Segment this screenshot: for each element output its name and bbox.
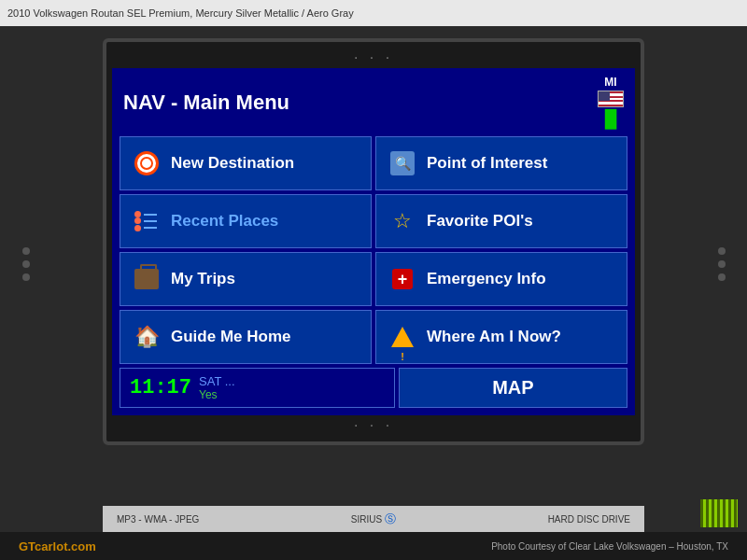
where-am-i-label: Where Am I Now? (427, 328, 561, 346)
bracket-dot (22, 273, 30, 281)
target-shape (134, 151, 159, 175)
left-bracket (5, 171, 47, 357)
point-of-interest-label: Point of Interest (427, 154, 547, 173)
sat-label: SAT ... (199, 374, 235, 388)
house-shape: 🏠 (134, 325, 160, 349)
bracket-dot (22, 260, 30, 268)
top-dots: · · · (112, 48, 635, 68)
bottom-dots: · · · (112, 415, 635, 436)
triangle-icon: ! (388, 327, 417, 347)
star-shape: ☆ (393, 209, 412, 233)
storage-type: HARD DISC DRIVE (548, 514, 630, 525)
favorite-pois-button[interactable]: ☆ Favorite POI's (375, 194, 627, 248)
emergency-info-button[interactable]: Emergency Info (375, 252, 627, 306)
recent-icon (132, 209, 162, 233)
star-icon: ☆ (388, 209, 417, 233)
emergency-info-label: Emergency Info (427, 270, 546, 288)
poi-icon: 🔍 (388, 151, 417, 175)
us-flag-icon (598, 91, 624, 107)
bottom-info-bar: MP3 - WMA - JPEG SIRIUS Ⓢ HARD DISC DRIV… (103, 506, 644, 532)
footer-bar: GTcarlot.com Photo Courtesy of Clear Lak… (0, 532, 747, 560)
sirius-logo: SIRIUS Ⓢ (351, 511, 396, 527)
yes-label: Yes (199, 388, 235, 401)
car-color: Mercury Silver Metallic / Aero Gray (195, 7, 353, 19)
briefcase-shape (134, 269, 159, 289)
nav-header-right: MI ▐▌ (598, 76, 624, 129)
bracket-dot (718, 260, 726, 268)
bracket-dot (718, 247, 726, 255)
new-destination-label: New Destination (171, 154, 294, 173)
target-icon (132, 151, 162, 175)
cross-icon (388, 269, 417, 289)
page-wrapper: 2010 Volkswagen Routan SEL Premium, Merc… (0, 0, 747, 560)
time-display: 11:17 (130, 376, 191, 399)
nav-bottom: 11:17 SAT ... Yes MAP (120, 368, 627, 408)
house-icon: 🏠 (132, 325, 162, 349)
point-of-interest-button[interactable]: 🔍 Point of Interest (375, 136, 627, 190)
my-trips-label: My Trips (171, 270, 235, 288)
sirius-icon: Ⓢ (385, 511, 396, 527)
new-destination-button[interactable]: New Destination (120, 136, 372, 190)
right-bracket (700, 171, 742, 357)
top-bar: 2010 Volkswagen Routan SEL Premium, Merc… (0, 0, 747, 26)
time-section: 11:17 SAT ... Yes (120, 368, 395, 408)
recent-places-button[interactable]: Recent Places (120, 194, 372, 248)
photo-credit: Photo Courtesy of Clear Lake Volkswagen … (491, 541, 728, 552)
recent-shape (134, 209, 159, 233)
menu-grid: New Destination 🔍 Point of Interest (120, 136, 627, 364)
screen-bezel: · · · NAV - Main Menu MI ▐▌ (103, 38, 644, 445)
map-button[interactable]: MAP (399, 368, 627, 408)
sat-section: SAT ... Yes (199, 374, 235, 401)
flag-canton (599, 91, 610, 101)
where-am-i-button[interactable]: ! Where Am I Now? (375, 310, 627, 364)
favorite-pois-label: Favorite POI's (427, 212, 533, 231)
bracket-dot (718, 273, 726, 281)
bottom-bar-wrapper: MP3 - WMA - JPEG SIRIUS Ⓢ HARD DISC DRIV… (0, 502, 747, 532)
cross-shape (392, 269, 413, 289)
fuel-icon: ▐▌ (599, 109, 623, 129)
recent-places-label: Recent Places (171, 212, 278, 231)
briefcase-icon (132, 269, 162, 289)
sirius-label: SIRIUS (351, 514, 382, 525)
mi-label: MI (604, 76, 616, 89)
gt-logo: GTcarlot.com (19, 539, 96, 553)
nav-screen: NAV - Main Menu MI ▐▌ (112, 68, 635, 415)
green-decoration (700, 499, 738, 527)
guide-me-home-button[interactable]: 🏠 Guide Me Home (120, 310, 372, 364)
car-title: 2010 Volkswagen Routan SEL Premium, (7, 7, 192, 19)
nav-title: NAV - Main Menu (123, 91, 289, 115)
triangle-shape (391, 327, 414, 347)
guide-me-home-label: Guide Me Home (171, 328, 290, 346)
my-trips-button[interactable]: My Trips (120, 252, 372, 306)
bracket-dot (22, 247, 30, 255)
poi-shape: 🔍 (390, 151, 415, 175)
nav-header: NAV - Main Menu MI ▐▌ (120, 76, 627, 129)
media-formats: MP3 - WMA - JPEG (117, 514, 199, 525)
content-area: · · · NAV - Main Menu MI ▐▌ (0, 26, 747, 502)
